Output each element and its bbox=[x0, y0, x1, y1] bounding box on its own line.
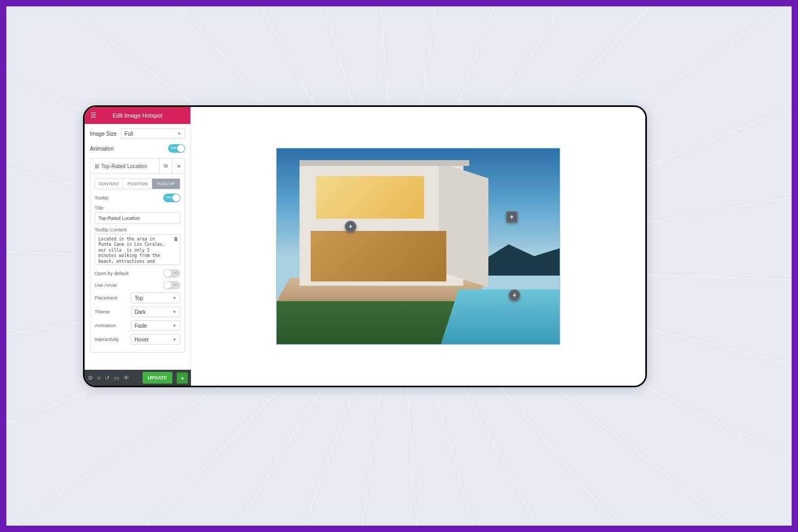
anim-label: Animation bbox=[95, 323, 127, 328]
chevron-down-icon: ▼ bbox=[172, 310, 177, 314]
hotspot-image[interactable]: ++ bbox=[276, 148, 560, 345]
use-arrow-toggle[interactable]: NO bbox=[163, 281, 180, 289]
title-input[interactable] bbox=[95, 212, 180, 224]
update-dropdown[interactable]: ▲ bbox=[177, 372, 188, 384]
menu-icon[interactable] bbox=[89, 111, 97, 120]
sidebar-header: Edit Image Hotspot bbox=[85, 107, 190, 124]
panel-tabs: CONTENT POSITION TOOLTIP bbox=[95, 178, 180, 189]
image-size-select[interactable]: Full ▼ bbox=[121, 128, 185, 139]
content-textarea[interactable] bbox=[95, 234, 180, 265]
tab-content[interactable]: CONTENT bbox=[95, 179, 123, 189]
history-icon[interactable]: ↺ bbox=[105, 375, 110, 381]
content-label: Tooltip Content bbox=[95, 227, 180, 232]
header-title: Edit Image Hotspot bbox=[113, 112, 163, 119]
editor-sidebar: Edit Image Hotspot Image Size Full ▼ Ani… bbox=[85, 107, 191, 373]
device-frame: Edit Image Hotspot Image Size Full ▼ Ani… bbox=[83, 105, 647, 387]
placement-label: Placement bbox=[95, 295, 127, 301]
title-label: Title bbox=[95, 205, 180, 211]
close-button[interactable]: ✕ bbox=[172, 159, 185, 173]
duplicate-button[interactable]: ⧉ bbox=[159, 159, 172, 173]
expand-icon: ⊞ bbox=[95, 163, 99, 169]
panel-title[interactable]: ⊞ Top-Rated Location bbox=[90, 160, 159, 172]
open-default-label: Open by default bbox=[95, 271, 129, 276]
chevron-down-icon: ▼ bbox=[172, 337, 177, 342]
interact-select[interactable]: Hover▼ bbox=[131, 334, 180, 345]
anim-select[interactable]: Fade▼ bbox=[131, 320, 180, 331]
settings-icon[interactable]: ⚙ bbox=[88, 375, 93, 381]
image-size-label: Image Size bbox=[90, 131, 117, 137]
media-icon[interactable]: 🗑 bbox=[173, 236, 178, 242]
animation-toggle[interactable]: YES bbox=[168, 144, 185, 153]
bottom-toolbar: ⚙ ≡ ↺ ▭ 👁 UPDATE ▲ bbox=[85, 370, 191, 386]
preview-icon[interactable]: 👁 bbox=[123, 375, 129, 381]
animation-label: Animation bbox=[90, 146, 113, 152]
chevron-down-icon: ▼ bbox=[172, 296, 177, 301]
hotspot-marker[interactable]: + bbox=[345, 221, 356, 232]
hotspot-marker[interactable] bbox=[506, 211, 518, 223]
editor-canvas: ++ bbox=[191, 107, 645, 386]
tooltip-toggle[interactable]: YES bbox=[163, 194, 180, 202]
theme-select[interactable]: Dark▼ bbox=[131, 306, 180, 317]
placement-select[interactable]: Top▼ bbox=[131, 293, 180, 303]
use-arrow-label: Use Arrow bbox=[95, 282, 117, 288]
hotspot-panel: ⊞ Top-Rated Location ⧉ ✕ CONTENT POSITIO… bbox=[90, 158, 185, 353]
layers-icon[interactable]: ≡ bbox=[97, 375, 101, 381]
interact-label: Interactivity bbox=[95, 337, 127, 342]
open-default-toggle[interactable]: NO bbox=[163, 269, 180, 278]
chevron-down-icon: ▼ bbox=[172, 323, 177, 328]
apps-icon[interactable] bbox=[178, 111, 186, 120]
tooltip-label: Tooltip bbox=[95, 195, 109, 201]
update-button[interactable]: UPDATE bbox=[143, 372, 172, 384]
tab-tooltip[interactable]: TOOLTIP bbox=[152, 179, 180, 189]
theme-label: Theme bbox=[95, 309, 127, 314]
responsive-icon[interactable]: ▭ bbox=[114, 375, 119, 381]
chevron-down-icon: ▼ bbox=[177, 131, 181, 136]
tab-position[interactable]: POSITION bbox=[123, 179, 151, 189]
